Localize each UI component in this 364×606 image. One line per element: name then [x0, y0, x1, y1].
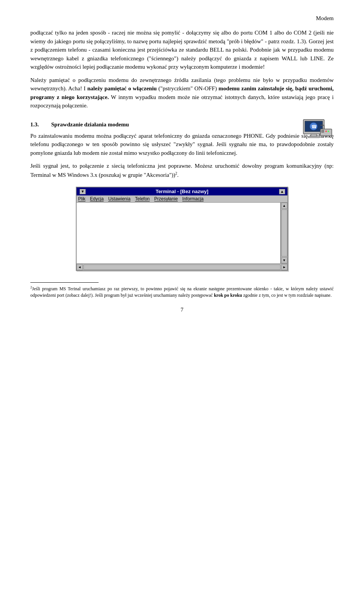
header-title: Modem [316, 15, 334, 21]
terminal-menubar: Plik Edycja Ustawienia Telefon Przesyłan… [77, 195, 287, 203]
section-title: Sprawdzanie działania modemu [51, 121, 129, 128]
paragraph-1-text: podłączać tylko na jeden sposób - raczej… [30, 30, 334, 70]
menu-edycja[interactable]: Edycja [90, 196, 104, 201]
svg-rect-5 [308, 136, 320, 138]
page-number-text: 7 [180, 307, 184, 313]
footnote: 2Jeśli program MS Terinal uruchamiasz po… [30, 285, 334, 299]
svg-rect-4 [311, 134, 317, 136]
svg-rect-7 [322, 130, 324, 132]
scroll-down-btn[interactable]: ▼ [281, 257, 287, 263]
scroll-left-btn[interactable]: ◄ [77, 264, 83, 270]
terminal-minimize-btn[interactable]: ▼ [80, 189, 86, 194]
terminal-title: Terminal - [Bez nazwy] [86, 189, 278, 194]
svg-text:☎: ☎ [311, 124, 317, 129]
modem-icon: ☎ [300, 118, 334, 146]
section-1-3-heading-row: 1.3. Sprawdzanie działania modemu ☎ [30, 121, 334, 128]
menu-przesylanie[interactable]: Przesyłanie [154, 196, 178, 201]
scroll-track [281, 209, 287, 257]
bottom-scroll-track [83, 264, 281, 270]
paragraph-2: Należy pamiętać o podłączeniu modemu do … [30, 76, 334, 110]
section-number: 1.3. [30, 121, 51, 128]
paragraph-1: podłączać tylko na jeden sposób - raczej… [30, 28, 334, 71]
terminal-bottom-scrollbar: ◄ ► [77, 263, 287, 270]
svg-point-8 [325, 131, 327, 132]
paragraph-2-between: ("pstryczkiem" ON-OFF) [157, 85, 218, 91]
menu-plik[interactable]: Plik [78, 196, 85, 201]
terminal-maximize-btn[interactable]: ▲ [279, 189, 285, 194]
terminal-titlebar: ▼ Terminal - [Bez nazwy] ▲ [77, 187, 287, 195]
menu-ustawienia[interactable]: Ustawienia [108, 196, 130, 201]
paragraph-4: Jeśli sygnał jest, to połączenie z sieci… [30, 162, 334, 179]
scroll-right-btn[interactable]: ► [281, 264, 287, 270]
paragraph-4-text: Jeśli sygnał jest, to połączenie z sieci… [30, 163, 334, 178]
paragraph-3-text: Po zainstalowaniu modemu można podłączyć… [30, 133, 334, 156]
page: Modem podłączać tylko na jeden sposób - … [0, 0, 364, 606]
svg-point-9 [328, 131, 329, 132]
paragraph-4-after: . [177, 172, 179, 178]
terminal-content-area: ▲ ▼ [77, 203, 287, 263]
paragraph-2-bold1: należy pamiętać o włączeniu [87, 85, 157, 91]
footnote-after: zgodnie z tym, co jest w tym rozdziale n… [242, 293, 331, 298]
page-header: Modem [30, 15, 334, 22]
menu-telefon[interactable]: Telefon [135, 196, 150, 201]
footnote-divider [30, 282, 99, 283]
terminal-scrollbar: ▲ ▼ [281, 203, 287, 263]
footnote-bold: krok po kroku [214, 293, 242, 298]
paragraph-3: Po zainstalowaniu modemu można podłączyć… [30, 132, 334, 157]
menu-informacja[interactable]: Informacja [182, 196, 204, 201]
scroll-up-btn[interactable]: ▲ [281, 203, 287, 209]
terminal-window: ▼ Terminal - [Bez nazwy] ▲ Plik Edycja U… [76, 187, 288, 271]
terminal-main-area [77, 203, 281, 263]
page-number: 7 [30, 307, 334, 313]
